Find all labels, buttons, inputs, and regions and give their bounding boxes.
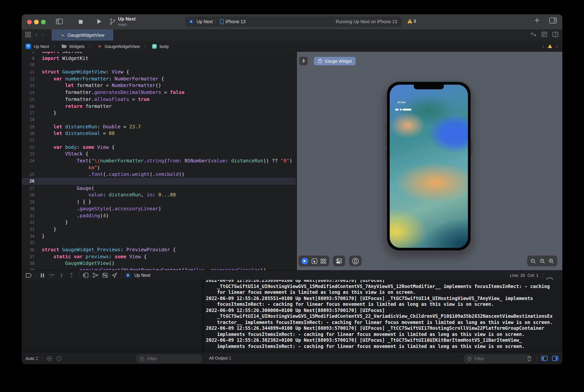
code-line[interactable]: 39 .previewContext(WidgetPreviewContext(… [22, 267, 296, 270]
memory-graph-icon[interactable] [93, 272, 98, 278]
code-line[interactable]: 31 .padding(4) [22, 212, 296, 219]
device-settings-button[interactable] [333, 256, 345, 266]
variables-scope-select[interactable]: Auto [26, 356, 38, 361]
code-line[interactable]: 16 return formatter [22, 103, 296, 110]
go-back-icon[interactable]: ‹ [36, 32, 37, 38]
add-editor-plus-icon[interactable] [534, 18, 540, 24]
pause-execution-icon[interactable] [40, 273, 45, 278]
code-line[interactable]: 28 value: distanceRun, in: 0...80 [22, 192, 296, 198]
output-scope-select[interactable]: All Output [209, 356, 232, 360]
view-hierarchy-icon[interactable] [83, 272, 89, 278]
breadcrumb-file[interactable]: GaugeWidgetView [105, 44, 140, 48]
code-line[interactable]: 26 [22, 178, 296, 184]
code-line[interactable]: 37 static var previews: some View { [22, 253, 296, 260]
code-line[interactable]: 11struct GaugeWidgetView: View { [22, 68, 296, 75]
code-line[interactable]: 17 } [22, 110, 296, 116]
warning-count[interactable]: 8 [414, 19, 416, 24]
info-icon[interactable] [56, 356, 62, 361]
code-line[interactable]: 23 VStack { [22, 150, 296, 157]
eye-quicklook-icon[interactable] [46, 356, 52, 361]
console-log-line: 2022-06-09 12:55:26.235898+0100 Up Next[… [206, 280, 553, 284]
editor-options-icon[interactable] [541, 32, 547, 37]
show-console-pane-button[interactable] [552, 356, 558, 361]
code-line[interactable]: 14 formatter.generatesDecimalNumbers = f… [22, 89, 296, 96]
breadcrumb-group[interactable]: Widgets [69, 44, 85, 48]
running-app-icon: A [125, 273, 130, 278]
next-issue-icon[interactable]: › [556, 44, 558, 49]
console-output[interactable]: 2022-06-09 12:55:26.235898+0100 Up Next[… [204, 280, 562, 352]
code-line[interactable]: 15 formatter.allowsFloats = true [22, 96, 296, 103]
activity-status: Running Up Next on iPhone 13 [336, 19, 402, 24]
code-line[interactable]: 27 Gauge( [22, 185, 296, 192]
variables-filter-field[interactable] [136, 354, 202, 363]
zoom-in-icon[interactable] [548, 258, 554, 264]
show-variables-pane-button[interactable] [541, 356, 548, 361]
gauge-widget-button[interactable]: Gauge Widget [314, 57, 356, 65]
code-line[interactable]: 33 } [22, 226, 296, 232]
run-destination[interactable]: iPhone 13 [225, 19, 245, 24]
minimize-window-button[interactable] [34, 20, 39, 24]
zoom-100-icon[interactable] [539, 258, 545, 264]
breadcrumb[interactable]: A Up Next 〉 Widgets 〉 GaugeWidgetView 〉 … [22, 44, 169, 49]
code-line[interactable]: 35 [22, 240, 296, 246]
code-line[interactable]: km") [22, 164, 296, 171]
code-line[interactable]: 18 [22, 116, 296, 123]
warning-icon[interactable] [407, 18, 413, 24]
split-editor-icon[interactable] [552, 32, 558, 37]
iphone-preview: 24 km [386, 81, 471, 251]
code-line[interactable]: 30 .gaugeStyle(.accessoryLinear) [22, 205, 296, 212]
variables-view[interactable] [22, 280, 204, 352]
step-into-icon[interactable] [59, 272, 65, 278]
console-filter-input[interactable] [474, 356, 527, 362]
stop-button[interactable] [79, 20, 83, 24]
code-review-icon[interactable] [531, 32, 536, 37]
zoom-out-icon[interactable] [530, 258, 536, 264]
scheme-selector[interactable]: A Up Next 〉 iPhone 13 Running Up Next on… [185, 16, 402, 27]
code-line[interactable]: 29 ) { } [22, 198, 296, 205]
scheme-pill-project[interactable]: Up Next [197, 19, 213, 24]
tab-gaugewidgetview[interactable]: GaugeWidgetView [51, 30, 114, 40]
code-line[interactable]: 10 [22, 62, 296, 68]
code-line[interactable]: 34} [22, 232, 296, 239]
breadcrumb-project[interactable]: Up Next [34, 44, 49, 48]
preview-device-button[interactable] [349, 256, 362, 266]
zoom-window-button[interactable] [41, 20, 46, 24]
console-log-line: 2022-06-09 12:55:26.344899+0100 Up Next[… [206, 326, 553, 332]
selectable-mode-button[interactable] [311, 258, 317, 264]
related-items-icon[interactable] [25, 32, 31, 38]
simulate-location-icon[interactable] [112, 272, 117, 278]
code-line[interactable]: 9import WidgetKit [22, 55, 296, 62]
console-filter-field[interactable] [464, 354, 531, 363]
breadcrumb-symbol[interactable]: body [160, 44, 169, 48]
code-line[interactable]: 20 let distanceGoal = 80 [22, 130, 296, 137]
variants-mode-button[interactable] [321, 258, 326, 264]
variables-filter-input[interactable] [146, 356, 198, 362]
code-line[interactable]: 32 } [22, 219, 296, 226]
code-line[interactable]: 38 GaugeWidgetView() [22, 260, 296, 267]
code-line[interactable]: 8import SwiftUI [22, 52, 296, 55]
breakpoints-toggle-icon[interactable] [26, 273, 32, 278]
code-line[interactable]: 12 var numberFormatter: NumberFormatter … [22, 76, 296, 82]
toggle-navigator-icon[interactable] [56, 18, 63, 25]
code-line[interactable]: 36struct GaugeWidget_Previews: PreviewPr… [22, 246, 296, 253]
go-forward-icon[interactable]: › [42, 32, 44, 38]
trash-icon[interactable] [527, 356, 532, 361]
step-over-icon[interactable] [48, 272, 55, 278]
close-window-button[interactable] [27, 20, 32, 24]
run-button[interactable] [97, 18, 102, 24]
chevron-icon: 〉 [143, 44, 150, 49]
code-line[interactable]: 19 let distanceRun: Double = 23.7 [22, 123, 296, 130]
code-line[interactable]: 13 let formatter = NumberFormatter() [22, 82, 296, 89]
step-out-icon[interactable] [69, 272, 75, 278]
prev-issue-icon[interactable]: ‹ [542, 44, 544, 49]
code-line[interactable]: 21 [22, 137, 296, 144]
pin-preview-button[interactable] [299, 57, 308, 65]
environment-overrides-icon[interactable] [102, 272, 108, 278]
issue-warning-icon[interactable] [548, 44, 552, 48]
toggle-inspector-icon[interactable] [549, 18, 557, 24]
live-preview-button[interactable] [302, 258, 308, 264]
source-editor[interactable]: 8import SwiftUI9import WidgetKit1011stru… [22, 52, 296, 270]
code-line[interactable]: 25 .font(.caption.weight(.semibold)) [22, 171, 296, 178]
code-line[interactable]: 22 var body: some View { [22, 144, 296, 150]
code-line[interactable]: 24 Text("\(numberFormatter.string(from: … [22, 157, 296, 164]
